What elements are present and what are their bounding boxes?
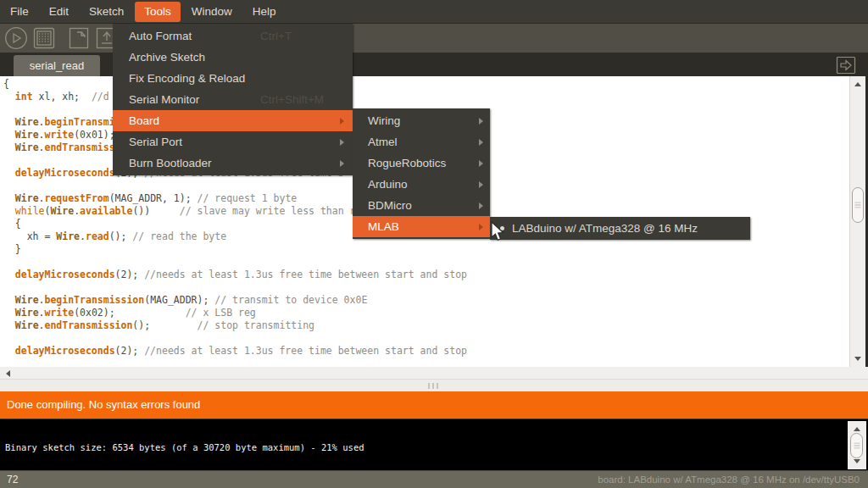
menu-item-label: Auto Format: [129, 30, 192, 42]
tools-menu-item-serial-monitor[interactable]: Serial MonitorCtrl+Shift+M: [113, 89, 353, 110]
code-line: Wire.endTransmission(); // stop transmit…: [3, 319, 849, 332]
board-menu-item-atmel[interactable]: Atmel: [353, 131, 490, 152]
menu-item-label: Board: [129, 114, 159, 127]
menu-item-label: Burn Bootloader: [129, 157, 212, 169]
thumb-grip: [854, 443, 860, 449]
board-info-text: board: LABduino w/ ATmega328 @ 16 MHz on…: [598, 474, 860, 485]
tools-menu-item-board[interactable]: Board: [113, 110, 353, 131]
menu-item-label: Wiring: [368, 114, 400, 127]
tools-menu-item-auto-format[interactable]: Auto FormatCtrl+T: [113, 25, 353, 47]
tools-menu: Auto FormatCtrl+TArchive SketchFix Encod…: [113, 24, 353, 175]
mlab-menu-item-labduino-w-atmega328-16-mhz[interactable]: LABduino w/ ATmega328 @ 16 MHz: [490, 219, 750, 238]
menubar: FileEditSketchToolsWindowHelp: [0, 0, 868, 24]
tab-serial-read[interactable]: serial_read: [14, 55, 100, 76]
splitter-grip-icon[interactable]: [428, 383, 440, 389]
tab-menu-icon[interactable]: [836, 56, 856, 75]
menu-shortcut: Ctrl+Shift+M: [260, 89, 324, 110]
mouse-cursor: [490, 221, 505, 247]
thumb-grip: [855, 202, 861, 208]
current-line-number: 72: [7, 474, 18, 485]
console-splitter[interactable]: [0, 379, 868, 391]
scroll-down-icon[interactable]: [854, 459, 860, 463]
menu-item-label: BDMicro: [368, 199, 412, 212]
menubar-item-tools[interactable]: Tools: [135, 2, 181, 22]
scroll-down-icon[interactable]: [854, 357, 861, 361]
menu-item-label: Serial Port: [129, 136, 182, 148]
stop-icon[interactable]: [31, 25, 57, 51]
arduino-ide-window: FileEditSketchToolsWindowHelp: [0, 0, 868, 488]
menubar-item-help[interactable]: Help: [243, 2, 286, 22]
board-menu-item-arduino[interactable]: Arduino: [353, 174, 490, 195]
submenu-arrow-icon: [340, 139, 344, 146]
submenu-arrow-icon: [340, 118, 344, 125]
verify-icon[interactable]: [3, 25, 29, 51]
scroll-up-icon[interactable]: [854, 82, 861, 86]
editor-vertical-scrollbar[interactable]: [849, 76, 865, 367]
code-line: [3, 281, 849, 294]
status-message-bar: Done compiling. No syntax errors found: [0, 391, 868, 419]
submenu-arrow-icon: [479, 118, 483, 125]
menu-item-label: Arduino: [368, 178, 408, 191]
menu-item-label: MLAB: [368, 220, 399, 233]
scroll-up-icon[interactable]: [854, 427, 860, 431]
board-menu-item-mlab[interactable]: MLAB: [353, 216, 490, 237]
menu-item-label: Serial Monitor: [129, 93, 199, 106]
code-line: Wire.beginTransmission(MAG_ADDR); // tra…: [3, 294, 849, 307]
menu-item-label: LABduino w/ ATmega328 @ 16 MHz: [512, 222, 698, 235]
tools-menu-item-serial-port[interactable]: Serial Port: [113, 131, 353, 152]
menubar-item-sketch[interactable]: Sketch: [80, 2, 133, 22]
menu-item-label: Atmel: [368, 136, 398, 148]
code-line: Wire.write(0x02); // x LSB reg: [3, 307, 849, 319]
bottom-statusbar: 72 board: LABduino w/ ATmega328 @ 16 MHz…: [0, 470, 868, 488]
tools-menu-item-burn-bootloader[interactable]: Burn Bootloader: [113, 152, 353, 174]
submenu-arrow-icon: [479, 139, 483, 146]
tools-menu-item-archive-sketch[interactable]: Archive Sketch: [113, 47, 353, 68]
board-menu-item-bdmicro[interactable]: BDMicro: [353, 195, 490, 216]
console-text: Binary sketch size: 6534 bytes (of a 307…: [5, 442, 364, 452]
code-line: [3, 332, 849, 345]
scrollbar-thumb[interactable]: [850, 433, 863, 458]
menu-item-label: Fix Encoding & Reload: [129, 72, 245, 85]
board-menu-item-wiring[interactable]: Wiring: [353, 110, 490, 131]
new-sketch-icon[interactable]: [66, 25, 92, 51]
menu-shortcut: Ctrl+T: [260, 25, 292, 47]
submenu-arrow-icon: [479, 202, 483, 209]
board-menu-item-roguerobotics[interactable]: RogueRobotics: [353, 152, 490, 174]
code-line: [3, 256, 849, 269]
board-submenu: WiringAtmelRogueRoboticsArduinoBDMicroML…: [353, 108, 490, 239]
menubar-item-file[interactable]: File: [1, 2, 38, 22]
code-line: }: [3, 243, 849, 256]
scroll-left-icon[interactable]: [6, 370, 10, 377]
submenu-arrow-icon: [479, 181, 483, 188]
submenu-arrow-icon: [479, 160, 483, 167]
editor-horizontal-scrollbar[interactable]: [0, 367, 868, 379]
console-scrollbar[interactable]: [848, 421, 866, 469]
menu-item-label: Archive Sketch: [129, 51, 205, 64]
submenu-arrow-icon: [479, 224, 483, 230]
menu-item-label: RogueRobotics: [368, 157, 446, 169]
scrollbar-thumb[interactable]: [852, 187, 864, 223]
mlab-submenu: LABduino w/ ATmega328 @ 16 MHz: [490, 217, 750, 240]
submenu-arrow-icon: [340, 160, 344, 167]
menubar-item-edit[interactable]: Edit: [40, 2, 78, 22]
menubar-item-window[interactable]: Window: [182, 2, 242, 22]
tools-menu-item-fix-encoding-reload[interactable]: Fix Encoding & Reload: [113, 68, 353, 89]
code-line: delayMicroseconds(2); //needs at least 1…: [3, 269, 849, 281]
console-output: Binary sketch size: 6534 bytes (of a 307…: [0, 419, 868, 470]
code-line: delayMicroseconds(2); //needs at least 1…: [3, 345, 849, 358]
